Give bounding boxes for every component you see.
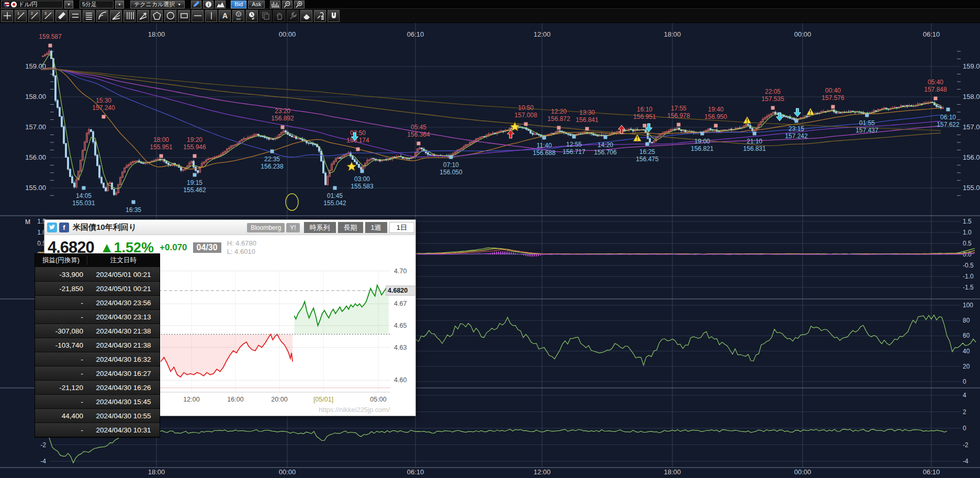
order-timestamp: 2024/04/30 10:31 xyxy=(87,426,160,434)
order-row[interactable]: -2024/04/30 16:32 xyxy=(35,352,160,366)
timeframe-dropdown-button[interactable]: ▼ xyxy=(115,1,124,8)
settings-list-tool-button[interactable] xyxy=(314,10,326,22)
currency-pair-select[interactable]: ドル/円 xyxy=(1,1,63,8)
svg-text:0: 0 xyxy=(963,425,966,432)
arrow-down-marker-icon xyxy=(351,132,359,143)
pan-tool-button xyxy=(273,10,285,22)
area-chart-button[interactable] xyxy=(215,1,226,8)
technical-select-button[interactable]: テクニカル選択 ▼ xyxy=(130,1,185,8)
trendline-1-tool-button[interactable]: 1 xyxy=(15,10,27,22)
svg-text:18:00: 18:00 xyxy=(664,468,681,476)
svg-text:155.00: 155.00 xyxy=(963,184,980,192)
zoom-in-button[interactable] xyxy=(294,1,305,8)
svg-text:-2: -2 xyxy=(963,441,968,449)
fibonacci-arc-tool-button[interactable] xyxy=(96,10,108,22)
svg-text:16:00: 16:00 xyxy=(227,396,243,403)
order-row[interactable]: -21,1202024/04/30 16:26 xyxy=(35,381,160,395)
order-profit: - xyxy=(35,426,87,434)
order-row[interactable]: -2024/04/30 23:13 xyxy=(35,310,160,324)
vertical-line-tool-button[interactable] xyxy=(205,10,217,22)
arrow-line-tool-button[interactable] xyxy=(137,10,149,22)
fan-lines-tool-button[interactable] xyxy=(110,10,122,22)
svg-text:40: 40 xyxy=(963,348,970,355)
time-marker-tool-button[interactable] xyxy=(246,10,258,22)
order-time-column-header: 注文日時 xyxy=(87,256,160,265)
order-row[interactable]: -2024/04/30 10:31 xyxy=(35,423,160,437)
order-profit: - xyxy=(35,355,87,363)
settings-list-icon xyxy=(316,11,325,20)
parallel-lines-tool-button[interactable] xyxy=(69,10,81,22)
tick-chart-button[interactable] xyxy=(270,1,280,8)
swing-high-annotation: 16:10156.951 xyxy=(633,106,656,120)
drawing-toolbar: 123Aicon xyxy=(0,8,980,23)
vertical-lines-tool-button[interactable] xyxy=(123,10,136,22)
zoom-out-button[interactable] xyxy=(282,1,292,8)
order-profit: -307,080 xyxy=(35,327,87,335)
swing-high-annotation: 23:20156.892 xyxy=(271,107,294,122)
facebook-share-icon[interactable]: f xyxy=(59,223,69,232)
timeframe-select[interactable]: 5分足 xyxy=(80,1,114,8)
circle-tool-button[interactable] xyxy=(164,10,176,22)
trendline-3-tool-button[interactable]: 3 xyxy=(42,10,54,22)
svg-text:0.5: 0.5 xyxy=(963,240,972,247)
icon-stamp-tool-button[interactable]: icon xyxy=(232,10,244,22)
popup-title: 米国債10年利回り xyxy=(73,223,137,232)
swing-high-marker xyxy=(714,124,718,127)
draw-mode-button[interactable] xyxy=(191,1,201,8)
popup-tab-1day[interactable]: 1日 xyxy=(389,222,414,233)
svg-text:00:00: 00:00 xyxy=(794,468,812,476)
pentagon-icon xyxy=(152,11,162,20)
currency-pair-dropdown-button[interactable]: ▼ xyxy=(64,1,73,8)
order-row[interactable]: -2024/04/30 16:27 xyxy=(35,366,160,381)
swing-high-annotation: 19:20155.946 xyxy=(183,136,206,151)
trendline-2-tool-button[interactable]: 2 xyxy=(28,10,40,22)
popup-tab-時系列[interactable]: 時系列 xyxy=(304,222,336,233)
swing-low-marker xyxy=(333,186,337,190)
info-button[interactable]: i xyxy=(203,1,213,8)
horizontal-line-tool-button[interactable] xyxy=(192,10,204,22)
arrow-up-marker-icon xyxy=(617,125,626,136)
swing-high-annotation: 159.587 xyxy=(39,33,61,40)
rectangle-tool-button[interactable] xyxy=(178,10,190,22)
text-tool-button[interactable]: A xyxy=(219,10,231,22)
order-row[interactable]: -21,8502024/05/01 00:21 xyxy=(35,282,160,296)
bid-button[interactable]: Bid xyxy=(231,1,246,8)
svg-text:18:00: 18:00 xyxy=(148,468,165,476)
popup-tab-長期[interactable]: 長期 xyxy=(338,222,363,233)
text-icon: A xyxy=(220,11,230,20)
ask-button[interactable]: Ask xyxy=(248,1,265,8)
source-button-bloomberg[interactable]: Bloomberg xyxy=(247,223,285,232)
ruler-tool-button[interactable] xyxy=(55,10,67,22)
popup-tab-1週[interactable]: 1週 xyxy=(365,222,387,233)
svg-text:2: 2 xyxy=(31,12,33,15)
fan-lines-icon xyxy=(111,11,121,20)
magnet-tool-button[interactable] xyxy=(328,10,340,22)
crosshair-tool-button[interactable] xyxy=(1,10,13,22)
bar-chart-icon xyxy=(272,1,279,7)
swing-high-marker xyxy=(585,127,589,131)
pentagon-tool-button[interactable] xyxy=(151,10,163,22)
order-row[interactable]: 44,4002024/04/30 10:55 xyxy=(35,409,160,423)
swing-low-marker xyxy=(947,107,950,111)
source-button-y[interactable]: Y! xyxy=(286,223,299,232)
order-row[interactable]: -103,7402024/04/30 21:38 xyxy=(35,338,160,352)
multi-hline-icon xyxy=(84,11,94,20)
arrow-down-marker-icon xyxy=(645,123,653,135)
vertical-line-icon xyxy=(207,11,216,20)
svg-text:3: 3 xyxy=(44,12,47,15)
svg-text:0: 0 xyxy=(963,378,966,385)
ruler-icon xyxy=(57,11,66,20)
multi-hline-tool-button[interactable] xyxy=(83,10,95,22)
order-row[interactable]: -2024/04/30 23:56 xyxy=(35,296,160,310)
swing-low-marker xyxy=(193,173,197,177)
order-profit: - xyxy=(35,299,87,307)
twitter-share-icon[interactable] xyxy=(47,223,57,232)
order-row[interactable]: -307,0802024/04/30 21:38 xyxy=(35,324,160,338)
order-row[interactable]: -33,9002024/05/01 00:21 xyxy=(35,268,160,282)
swing-high-annotation: 13:30156.841 xyxy=(576,109,598,124)
fx-chart-application: ドル/円 ▼ 5分足 ▼ テクニカル選択 ▼ i Bid Ask 123Aico… xyxy=(0,0,980,478)
jp-flag-icon xyxy=(11,2,17,7)
eraser-tool-button[interactable] xyxy=(300,10,312,22)
order-row[interactable]: -2024/04/30 15:45 xyxy=(35,395,160,409)
swing-high-marker xyxy=(102,115,106,119)
